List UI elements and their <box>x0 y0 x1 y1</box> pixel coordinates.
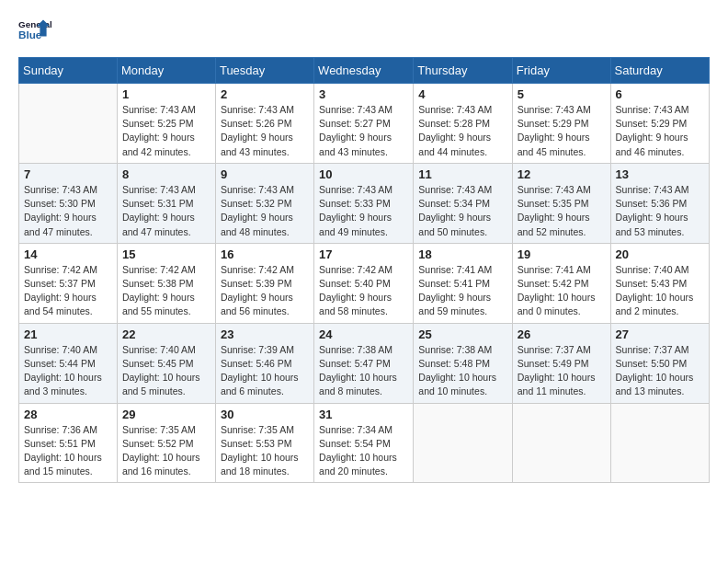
day-info: Sunrise: 7:43 AM Sunset: 5:26 PM Dayligh… <box>221 103 309 159</box>
day-info: Sunrise: 7:43 AM Sunset: 5:29 PM Dayligh… <box>518 103 606 159</box>
calendar-cell: 29Sunrise: 7:35 AM Sunset: 5:52 PM Dayli… <box>117 403 215 483</box>
calendar-cell: 13Sunrise: 7:43 AM Sunset: 5:36 PM Dayli… <box>610 163 709 243</box>
calendar-cell: 23Sunrise: 7:39 AM Sunset: 5:46 PM Dayli… <box>215 323 313 403</box>
day-number: 21 <box>24 327 112 341</box>
calendar-cell: 30Sunrise: 7:35 AM Sunset: 5:53 PM Dayli… <box>215 403 313 483</box>
day-info: Sunrise: 7:42 AM Sunset: 5:40 PM Dayligh… <box>319 263 408 319</box>
calendar-cell: 16Sunrise: 7:42 AM Sunset: 5:39 PM Dayli… <box>215 243 313 323</box>
day-number: 10 <box>319 167 408 181</box>
weekday-header-wednesday: Wednesday <box>314 58 414 84</box>
day-info: Sunrise: 7:41 AM Sunset: 5:42 PM Dayligh… <box>518 263 606 319</box>
day-number: 5 <box>518 87 606 101</box>
day-number: 7 <box>24 167 112 181</box>
calendar-cell: 20Sunrise: 7:40 AM Sunset: 5:43 PM Dayli… <box>610 243 709 323</box>
day-info: Sunrise: 7:40 AM Sunset: 5:45 PM Dayligh… <box>122 343 210 399</box>
calendar-cell: 11Sunrise: 7:43 AM Sunset: 5:34 PM Dayli… <box>414 163 512 243</box>
day-info: Sunrise: 7:43 AM Sunset: 5:35 PM Dayligh… <box>518 183 606 239</box>
logo: GeneralBlue <box>18 15 51 48</box>
day-number: 9 <box>221 167 309 181</box>
day-number: 26 <box>518 327 606 341</box>
day-number: 17 <box>319 247 408 261</box>
day-number: 6 <box>616 87 704 101</box>
calendar-cell: 19Sunrise: 7:41 AM Sunset: 5:42 PM Dayli… <box>512 243 610 323</box>
day-number: 14 <box>24 247 112 261</box>
day-info: Sunrise: 7:43 AM Sunset: 5:25 PM Dayligh… <box>122 103 210 159</box>
weekday-header-thursday: Thursday <box>414 58 512 84</box>
calendar-week-2: 7Sunrise: 7:43 AM Sunset: 5:30 PM Daylig… <box>19 163 710 243</box>
day-info: Sunrise: 7:38 AM Sunset: 5:48 PM Dayligh… <box>418 343 506 399</box>
day-info: Sunrise: 7:41 AM Sunset: 5:41 PM Dayligh… <box>418 263 506 319</box>
day-info: Sunrise: 7:36 AM Sunset: 5:51 PM Dayligh… <box>24 423 112 479</box>
calendar-cell: 22Sunrise: 7:40 AM Sunset: 5:45 PM Dayli… <box>117 323 215 403</box>
weekday-header-tuesday: Tuesday <box>215 58 313 84</box>
day-info: Sunrise: 7:35 AM Sunset: 5:53 PM Dayligh… <box>221 423 309 479</box>
calendar-cell: 2Sunrise: 7:43 AM Sunset: 5:26 PM Daylig… <box>215 84 313 164</box>
calendar-cell: 17Sunrise: 7:42 AM Sunset: 5:40 PM Dayli… <box>314 243 414 323</box>
calendar-cell: 14Sunrise: 7:42 AM Sunset: 5:37 PM Dayli… <box>19 243 118 323</box>
day-number: 8 <box>122 167 210 181</box>
calendar-cell: 31Sunrise: 7:34 AM Sunset: 5:54 PM Dayli… <box>314 403 414 483</box>
day-info: Sunrise: 7:35 AM Sunset: 5:52 PM Dayligh… <box>122 423 210 479</box>
day-number: 13 <box>616 167 704 181</box>
day-info: Sunrise: 7:43 AM Sunset: 5:31 PM Dayligh… <box>122 183 210 239</box>
weekday-header-monday: Monday <box>117 58 215 84</box>
day-info: Sunrise: 7:42 AM Sunset: 5:37 PM Dayligh… <box>24 263 112 319</box>
calendar-body: 1Sunrise: 7:43 AM Sunset: 5:25 PM Daylig… <box>19 84 710 483</box>
calendar-cell: 27Sunrise: 7:37 AM Sunset: 5:50 PM Dayli… <box>610 323 709 403</box>
calendar-cell: 21Sunrise: 7:40 AM Sunset: 5:44 PM Dayli… <box>19 323 118 403</box>
calendar-cell: 9Sunrise: 7:43 AM Sunset: 5:32 PM Daylig… <box>215 163 313 243</box>
day-number: 1 <box>122 87 210 101</box>
day-number: 27 <box>616 327 704 341</box>
day-number: 15 <box>122 247 210 261</box>
day-number: 18 <box>418 247 506 261</box>
day-info: Sunrise: 7:37 AM Sunset: 5:50 PM Dayligh… <box>616 343 704 399</box>
calendar-cell: 10Sunrise: 7:43 AM Sunset: 5:33 PM Dayli… <box>314 163 414 243</box>
day-number: 20 <box>616 247 704 261</box>
day-info: Sunrise: 7:34 AM Sunset: 5:54 PM Dayligh… <box>319 423 408 479</box>
day-info: Sunrise: 7:43 AM Sunset: 5:33 PM Dayligh… <box>319 183 408 239</box>
calendar-cell: 7Sunrise: 7:43 AM Sunset: 5:30 PM Daylig… <box>19 163 118 243</box>
page-header: GeneralBlue <box>18 15 710 48</box>
day-number: 25 <box>418 327 506 341</box>
calendar-week-5: 28Sunrise: 7:36 AM Sunset: 5:51 PM Dayli… <box>19 403 710 483</box>
day-info: Sunrise: 7:39 AM Sunset: 5:46 PM Dayligh… <box>221 343 309 399</box>
day-info: Sunrise: 7:38 AM Sunset: 5:47 PM Dayligh… <box>319 343 408 399</box>
svg-text:Blue: Blue <box>18 29 42 40</box>
day-info: Sunrise: 7:43 AM Sunset: 5:27 PM Dayligh… <box>319 103 408 159</box>
calendar-week-3: 14Sunrise: 7:42 AM Sunset: 5:37 PM Dayli… <box>19 243 710 323</box>
calendar-cell: 26Sunrise: 7:37 AM Sunset: 5:49 PM Dayli… <box>512 323 610 403</box>
calendar-cell: 5Sunrise: 7:43 AM Sunset: 5:29 PM Daylig… <box>512 84 610 164</box>
calendar-week-4: 21Sunrise: 7:40 AM Sunset: 5:44 PM Dayli… <box>19 323 710 403</box>
day-number: 23 <box>221 327 309 341</box>
day-number: 19 <box>518 247 606 261</box>
day-info: Sunrise: 7:42 AM Sunset: 5:38 PM Dayligh… <box>122 263 210 319</box>
day-info: Sunrise: 7:43 AM Sunset: 5:36 PM Dayligh… <box>616 183 704 239</box>
weekday-header-saturday: Saturday <box>610 58 709 84</box>
weekday-header-row: SundayMondayTuesdayWednesdayThursdayFrid… <box>19 58 710 84</box>
calendar-cell <box>414 403 512 483</box>
calendar-cell <box>19 84 118 164</box>
calendar-cell: 15Sunrise: 7:42 AM Sunset: 5:38 PM Dayli… <box>117 243 215 323</box>
day-number: 16 <box>221 247 309 261</box>
calendar-cell: 8Sunrise: 7:43 AM Sunset: 5:31 PM Daylig… <box>117 163 215 243</box>
day-info: Sunrise: 7:40 AM Sunset: 5:43 PM Dayligh… <box>616 263 704 319</box>
day-info: Sunrise: 7:42 AM Sunset: 5:39 PM Dayligh… <box>221 263 309 319</box>
day-number: 24 <box>319 327 408 341</box>
calendar-cell: 25Sunrise: 7:38 AM Sunset: 5:48 PM Dayli… <box>414 323 512 403</box>
calendar-cell <box>610 403 709 483</box>
day-number: 28 <box>24 408 112 421</box>
calendar-cell: 3Sunrise: 7:43 AM Sunset: 5:27 PM Daylig… <box>314 84 414 164</box>
logo-icon: GeneralBlue <box>18 15 51 48</box>
day-info: Sunrise: 7:43 AM Sunset: 5:34 PM Dayligh… <box>418 183 506 239</box>
day-info: Sunrise: 7:37 AM Sunset: 5:49 PM Dayligh… <box>518 343 606 399</box>
day-info: Sunrise: 7:40 AM Sunset: 5:44 PM Dayligh… <box>24 343 112 399</box>
calendar-table: SundayMondayTuesdayWednesdayThursdayFrid… <box>18 57 710 483</box>
day-number: 12 <box>518 167 606 181</box>
weekday-header-sunday: Sunday <box>19 58 118 84</box>
day-info: Sunrise: 7:43 AM Sunset: 5:30 PM Dayligh… <box>24 183 112 239</box>
calendar-cell <box>512 403 610 483</box>
calendar-cell: 24Sunrise: 7:38 AM Sunset: 5:47 PM Dayli… <box>314 323 414 403</box>
day-number: 4 <box>418 87 506 101</box>
day-number: 3 <box>319 87 408 101</box>
day-number: 29 <box>122 408 210 421</box>
